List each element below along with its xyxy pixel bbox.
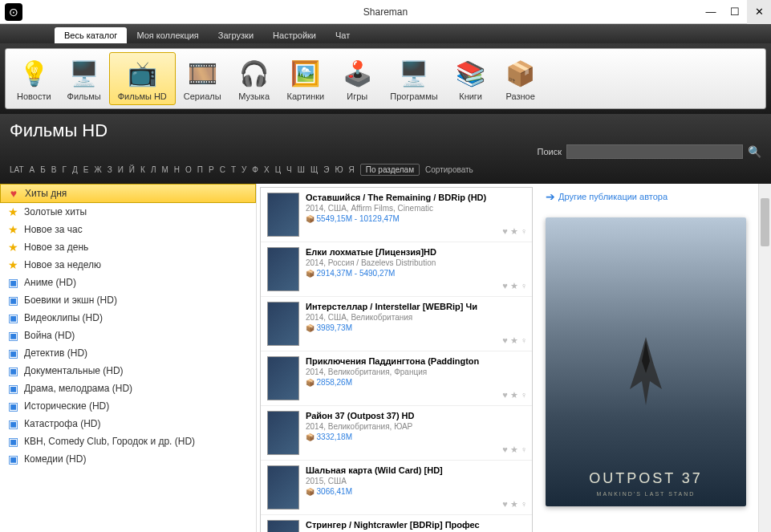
sidebar-item[interactable]: ▣КВН, Comedy Club, Городок и др. (HD) xyxy=(0,433,256,450)
maximize-button[interactable]: ☐ xyxy=(723,0,747,24)
menu-tab[interactable]: Чат xyxy=(326,27,359,43)
alpha-letter[interactable]: О xyxy=(185,165,192,174)
alpha-letter[interactable]: В xyxy=(51,165,57,174)
movie-item[interactable]: Шальная карта (Wild Card) [HD] 2015, США… xyxy=(261,461,532,515)
search-input[interactable] xyxy=(566,144,743,159)
bulb-icon[interactable]: ♀ xyxy=(521,335,527,346)
alpha-letter[interactable]: Ц xyxy=(275,165,281,174)
heart-icon[interactable]: ♥ xyxy=(502,390,508,400)
star-icon[interactable]: ★ xyxy=(510,335,518,346)
star-icon[interactable]: ★ xyxy=(510,499,518,510)
toolbar-button[interactable]: 🎧Музыка xyxy=(229,52,279,105)
sidebar-item[interactable]: ▣Видеоклипы (HD) xyxy=(0,309,256,327)
search-icon[interactable]: 🔍 xyxy=(748,145,761,158)
bulb-icon[interactable]: ♀ xyxy=(521,390,527,400)
alpha-letter[interactable]: Э xyxy=(323,165,329,174)
movie-item[interactable]: Елки лохматые [Лицензия]HD 2014, Россия … xyxy=(261,242,532,297)
sidebar-item[interactable]: ★Новое за неделю xyxy=(0,256,256,274)
movie-item[interactable]: Стрингер / Nightcrawler [BDRip] Профес 2… xyxy=(261,515,532,532)
sidebar-item[interactable]: ▣Аниме (HD) xyxy=(0,274,256,291)
alpha-letter[interactable]: Я xyxy=(349,165,355,174)
toolbar-button[interactable]: 🎞️Сериалы xyxy=(176,52,229,105)
sidebar-item[interactable]: ▣Война (HD) xyxy=(0,327,256,344)
alpha-letter[interactable]: Ч xyxy=(286,165,292,174)
alpha-letter[interactable]: Ф xyxy=(252,165,258,174)
movie-title: Стрингер / Nightcrawler [BDRip] Профес xyxy=(306,520,525,530)
bulb-icon[interactable]: ♀ xyxy=(521,499,527,510)
bulb-icon[interactable]: ♀ xyxy=(521,226,527,237)
alpha-letter[interactable]: Т xyxy=(231,165,236,174)
heart-icon[interactable]: ♥ xyxy=(502,445,508,455)
heart-icon[interactable]: ♥ xyxy=(502,226,508,237)
alpha-letter[interactable]: Ю xyxy=(335,165,343,174)
sort-button[interactable]: Сортировать xyxy=(425,165,473,174)
movie-meta: 2014, Великобритания, ЮАР xyxy=(306,422,525,431)
detail-scrollbar[interactable] xyxy=(758,184,771,532)
movie-poster[interactable]: OUTPOST 37 MANKIND'S LAST STAND xyxy=(546,217,746,506)
sidebar-item[interactable]: ★Новое за час xyxy=(0,221,256,238)
alpha-letter[interactable]: LAT xyxy=(10,165,24,174)
bulb-icon[interactable]: ♀ xyxy=(521,281,527,291)
toolbar-button[interactable]: 🖼️Картинки xyxy=(279,52,333,105)
toolbar-button[interactable]: 📺Фильмы HD xyxy=(109,52,176,105)
alpha-letter[interactable]: Н xyxy=(174,165,180,174)
movie-item[interactable]: Интерстеллар / Interstellar [WEBRip] Чи … xyxy=(261,297,532,351)
sidebar-item[interactable]: ▣Детектив (HD) xyxy=(0,344,256,362)
alpha-letter[interactable]: П xyxy=(197,165,203,174)
alpha-letter[interactable]: М xyxy=(161,165,168,174)
alpha-letter[interactable]: Л xyxy=(151,165,156,174)
sidebar-item[interactable]: ★Новое за день xyxy=(0,238,256,256)
alpha-letter[interactable]: Х xyxy=(264,165,270,174)
sidebar-item[interactable]: ▣Катастрофа (HD) xyxy=(0,415,256,433)
sidebar-item[interactable]: ▣Исторические (HD) xyxy=(0,397,256,415)
sections-button[interactable]: По разделам xyxy=(360,164,420,176)
movie-item[interactable]: Район 37 (Outpost 37) HD 2014, Великобри… xyxy=(261,406,532,461)
heart-icon[interactable]: ♥ xyxy=(502,335,508,346)
sidebar-item[interactable]: ▣Документальные (HD) xyxy=(0,362,256,380)
toolbar-button[interactable]: 🕹️Игры xyxy=(332,52,382,105)
star-icon[interactable]: ★ xyxy=(510,281,518,291)
toolbar-button[interactable]: 📦Разное xyxy=(496,52,546,105)
toolbar-button[interactable]: 🖥️Фильмы xyxy=(59,52,109,105)
alpha-letter[interactable]: Ш xyxy=(298,165,305,174)
star-icon[interactable]: ★ xyxy=(510,390,518,400)
star-icon[interactable]: ★ xyxy=(510,226,518,237)
movie-item[interactable]: Приключения Паддингтона (Paddington 2014… xyxy=(261,351,532,406)
movie-item[interactable]: Оставшийся / The Remaining / BDRip (HD) … xyxy=(261,188,532,242)
sidebar-item[interactable]: ▣Комедии (HD) xyxy=(0,450,256,468)
other-publications-link[interactable]: ➔ Другие публикации автора xyxy=(546,190,761,203)
alpha-letter[interactable]: Ж xyxy=(94,165,101,174)
menu-tab[interactable]: Моя коллекция xyxy=(127,27,208,43)
toolbar-button[interactable]: 🖥️Программы xyxy=(382,52,445,105)
toolbar-button[interactable]: 💡Новости xyxy=(9,52,59,105)
toolbar-button[interactable]: 📚Книги xyxy=(446,52,496,105)
minimize-button[interactable]: — xyxy=(699,0,723,24)
sidebar-item[interactable]: ▣Боевики и экшн (HD) xyxy=(0,291,256,309)
alpha-letter[interactable]: И xyxy=(118,165,124,174)
alpha-letter[interactable]: Й xyxy=(129,165,135,174)
app-logo-icon: ⊙ xyxy=(5,3,22,21)
heart-icon[interactable]: ♥ xyxy=(502,281,508,291)
alpha-letter[interactable]: Р xyxy=(209,165,214,174)
alpha-letter[interactable]: З xyxy=(108,165,112,174)
sidebar-item[interactable]: ★Золотые хиты xyxy=(0,203,256,221)
heart-icon[interactable]: ♥ xyxy=(502,499,508,510)
menu-tab[interactable]: Настройки xyxy=(263,27,326,43)
sidebar-item[interactable]: ▣Драма, мелодрама (HD) xyxy=(0,380,256,397)
alpha-letter[interactable]: Е xyxy=(83,165,89,174)
sidebar-item[interactable]: ♥Хиты дня xyxy=(0,184,256,203)
alpha-letter[interactable]: К xyxy=(140,165,145,174)
menu-tab[interactable]: Весь каталог xyxy=(55,27,127,43)
alpha-letter[interactable]: Д xyxy=(72,165,78,174)
alpha-letter[interactable]: У xyxy=(241,165,246,174)
bulb-icon[interactable]: ♀ xyxy=(521,445,527,455)
star-icon[interactable]: ★ xyxy=(510,445,518,455)
alpha-letter[interactable]: А xyxy=(30,165,35,174)
arrow-right-icon: ➔ xyxy=(546,190,555,203)
alpha-letter[interactable]: Щ xyxy=(310,165,318,174)
alpha-letter[interactable]: Г xyxy=(63,165,67,174)
alpha-letter[interactable]: С xyxy=(220,165,225,174)
menu-tab[interactable]: Загрузки xyxy=(209,27,263,43)
close-button[interactable]: ✕ xyxy=(747,0,771,24)
alpha-letter[interactable]: Б xyxy=(40,165,46,174)
